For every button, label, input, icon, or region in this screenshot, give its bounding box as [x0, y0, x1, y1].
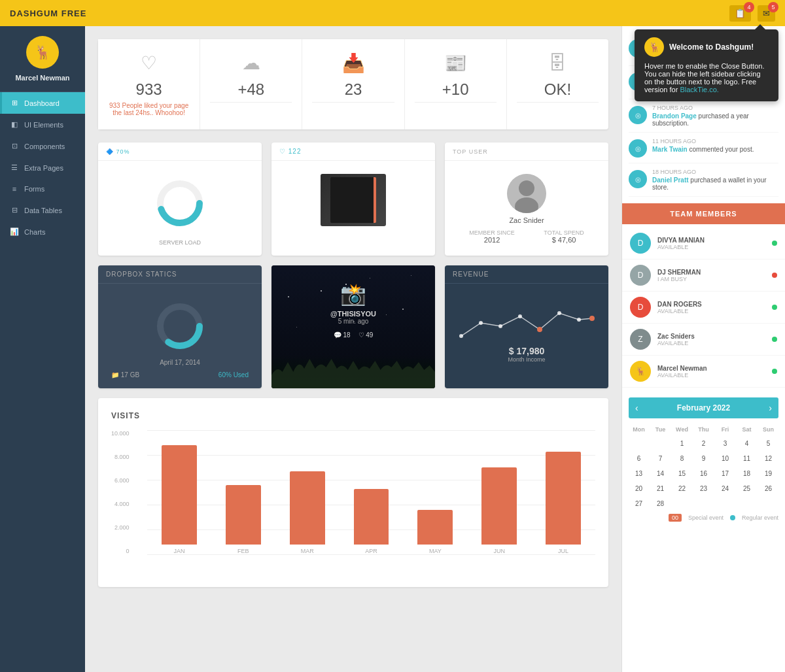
team-item-marcel: 🦌 Marcel Newman AVAILABLE [622, 356, 785, 388]
stat-db: 🗄 OK! [507, 39, 608, 129]
cal-day-28[interactable]: 28 [650, 497, 671, 511]
cal-day-13[interactable]: 13 [629, 467, 649, 480]
team-status-divya: AVAILABLE [657, 244, 765, 250]
cal-day-17[interactable]: 17 [715, 467, 735, 480]
instagram-handle: @THISISYOU [330, 310, 376, 318]
bar-jun-label: JUN [493, 548, 505, 554]
user-avatar [507, 174, 546, 213]
db-icon: 🗄 [517, 52, 599, 74]
sidebar-item-label: Extra Pages [24, 164, 63, 172]
stat-value-news: +10 [415, 80, 497, 99]
regular-event-label: Regular event [742, 514, 778, 521]
svg-point-12 [557, 311, 561, 315]
activity-item-5: ◎ 18 HOURS AGO Daniel Pratt purchased a … [629, 163, 778, 197]
cal-next-button[interactable]: › [769, 403, 772, 413]
instagram-content: 📸 @THISISYOU 5 min. ago 💬 18 ♡ 49 [271, 265, 435, 355]
cal-day-4[interactable]: 4 [737, 437, 757, 450]
product-img-inner [330, 177, 376, 223]
team-info-dan: DAN ROGERS AVAILABLE [657, 301, 765, 314]
y-label-2k: 2.000 [111, 524, 130, 531]
special-event-label: Special event [688, 514, 724, 521]
cal-day-7[interactable]: 7 [650, 452, 671, 465]
member-since-label: MEMBER SINCE [469, 229, 515, 236]
cal-day-26[interactable]: 26 [758, 482, 778, 496]
tooltip-title: Welcome to Dashgum! [669, 42, 754, 52]
bar-jul-rect [546, 452, 581, 545]
sidebar-item-charts[interactable]: 📊 Charts [0, 221, 85, 243]
cal-day-2[interactable]: 2 [693, 437, 714, 450]
y-label-6k: 6.000 [111, 477, 130, 484]
cal-day-10[interactable]: 10 [715, 452, 735, 465]
cal-day-6[interactable]: 6 [629, 452, 649, 465]
cal-day-20[interactable]: 20 [629, 482, 649, 496]
sidebar-item-components[interactable]: ⊡ Components [0, 135, 85, 157]
sidebar-item-label: UI Elements [24, 121, 63, 129]
activity-text-3: 7 HOURS AGO Brandon Page purchased a yea… [652, 105, 778, 127]
svg-point-8 [479, 321, 483, 325]
instagram-likes: ♡ 49 [358, 331, 374, 339]
calendar-grid: Mon Tue Wed Thu Fri Sat Sun 1 2 3 4 5 6 … [629, 424, 778, 511]
dropbox-percent: 60% Used [218, 371, 249, 378]
revenue-month-label: Month Income [455, 356, 599, 363]
sidebar-item-tables[interactable]: ⊟ Data Tables [0, 199, 85, 221]
bar-feb: FEB [211, 430, 275, 554]
cal-day-11[interactable]: 11 [737, 452, 757, 465]
team-name-marcel: Marcel Newman [657, 365, 765, 372]
sidebar-item-ui[interactable]: ◧ UI Elements [0, 114, 85, 135]
activity-item-4: ◎ 11 HOURS AGO Mark Twain commented your… [629, 133, 778, 163]
tooltip-link[interactable]: BlackTie.co. [680, 86, 719, 93]
cal-day-24[interactable]: 24 [715, 482, 735, 496]
cal-mon: Mon [629, 424, 649, 435]
sidebar-item-forms[interactable]: ≡ Forms [0, 178, 85, 199]
cal-day-25[interactable]: 25 [737, 482, 757, 496]
product-image [321, 174, 386, 226]
y-label-0: 0 [111, 548, 130, 554]
svg-point-3 [519, 180, 534, 196]
special-event-badge: 00 [669, 514, 682, 522]
cal-day-8[interactable]: 8 [672, 452, 692, 465]
cal-day-19[interactable]: 19 [758, 467, 778, 480]
top-product-header: ♡ 122 [271, 143, 435, 161]
server-load-header: 🔷 70% [98, 143, 262, 161]
visits-section: VISITS 10.000 8.000 6.000 4.000 2.000 0 [98, 398, 608, 587]
cal-day-22[interactable]: 22 [672, 482, 692, 496]
cal-day-14[interactable]: 14 [650, 467, 671, 480]
cal-day-1[interactable]: 1 [672, 437, 692, 450]
cal-day-15[interactable]: 15 [672, 467, 692, 480]
y-label-10k: 10.000 [111, 430, 130, 437]
cal-day-21[interactable]: 21 [650, 482, 671, 496]
messages-button[interactable]: ✉ 5 [758, 5, 775, 22]
cards-row-1: 🔷 70% SERVER LOAD ♡ 122 [98, 143, 608, 256]
activity-link-3[interactable]: Brandon Page [652, 112, 697, 120]
cal-day-27[interactable]: 27 [629, 497, 649, 511]
team-list: D DIVYA MANIAN AVAILABLE D DJ SHERMAN I … [622, 224, 785, 391]
components-icon: ⊡ [10, 142, 19, 150]
ui-icon: ◧ [10, 120, 19, 129]
cal-day-16[interactable]: 16 [693, 467, 714, 480]
revenue-body: $ 17,980 Month Income [445, 284, 608, 373]
cal-day-3[interactable]: 3 [715, 437, 735, 450]
cal-day-23[interactable]: 23 [693, 482, 714, 496]
revenue-chart [455, 294, 599, 346]
sidebar-item-dashboard[interactable]: ⊞ Dashboard [0, 92, 85, 114]
cal-day-9[interactable]: 9 [693, 452, 714, 465]
notifications-button[interactable]: 📋 4 [729, 5, 751, 22]
top-user-label: TOP USER [453, 148, 488, 155]
cal-prev-button[interactable]: ‹ [635, 403, 638, 413]
avatar: 🦌 [26, 36, 59, 69]
cal-day-18[interactable]: 18 [737, 467, 757, 480]
cal-day-5[interactable]: 5 [758, 437, 778, 450]
cal-day-12[interactable]: 12 [758, 452, 778, 465]
bar-jun-rect [481, 467, 517, 545]
activity-dot-4: ◎ [629, 139, 647, 158]
team-name-zac: Zac Sniders [657, 333, 765, 340]
team-name-divya: DIVYA MANIAN [657, 237, 765, 244]
activity-link-5[interactable]: Daniel Pratt [652, 176, 689, 184]
visits-title: VISITS [111, 411, 595, 420]
activity-link-4[interactable]: Mark Twain [652, 146, 688, 153]
forms-icon: ≡ [10, 185, 19, 193]
sidebar-item-extra[interactable]: ☰ Extra Pages [0, 157, 85, 178]
dropbox-header: DROPBOX STATICS [98, 265, 262, 284]
stat-value-likes: 933 [108, 80, 190, 99]
dropbox-body: April 17, 2014 📁 17 GB 60% Used [98, 284, 262, 388]
